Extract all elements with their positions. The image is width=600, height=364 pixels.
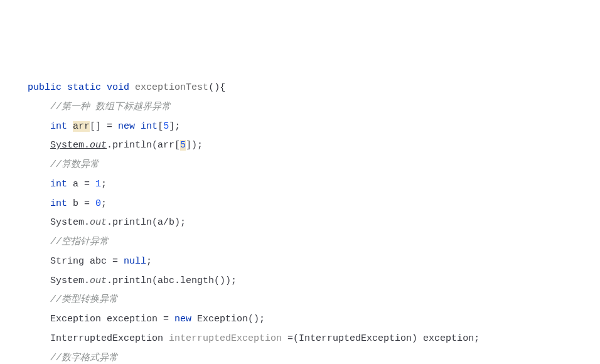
num-1: 1 — [95, 179, 101, 190]
line-string-abc: String abc = null; — [50, 256, 152, 267]
line-int-b: int b = 0; — [50, 198, 107, 209]
line-println-arr: System.out.println(arr[5]); — [50, 140, 203, 151]
line-arr-decl: int arr[] = new int[5]; — [50, 121, 180, 132]
index-5: 5 — [180, 140, 186, 151]
line-exception: Exception exception = new Exception(); — [50, 314, 265, 324]
comment-5: //数字格式异常 — [50, 353, 118, 363]
code-block: public static void exceptionTest(){ //第一… — [0, 78, 600, 364]
kw-int: int — [50, 121, 67, 132]
kw-public: public — [28, 82, 62, 93]
line-interrupted: InterruptedException interruptedExceptio… — [50, 333, 479, 344]
system-class: System — [50, 140, 84, 151]
num-0: 0 — [95, 198, 101, 209]
method-name: exceptionTest — [135, 82, 208, 93]
kw-static: static — [67, 82, 101, 93]
kw-null: null — [124, 256, 146, 267]
kw-new: new — [118, 121, 135, 132]
var-unused: interruptedException — [169, 333, 282, 344]
parens: (){ — [208, 82, 225, 93]
type-int: int — [141, 121, 158, 132]
line-sig: public static void exceptionTest(){ — [28, 82, 225, 93]
var-arr: arr — [73, 121, 90, 132]
num-5: 5 — [163, 121, 169, 132]
line-println-length: System.out.println(abc.length()); — [50, 276, 237, 286]
comment-3: //空指针异常 — [50, 237, 109, 247]
line-int-a: int a = 1; — [50, 179, 107, 190]
out-field: out — [90, 140, 107, 151]
line-println-div: System.out.println(a/b); — [50, 217, 186, 228]
comment-2: //算数异常 — [50, 159, 99, 170]
kw-void: void — [107, 82, 129, 93]
comment-1: //第一种 数组下标越界异常 — [50, 102, 171, 112]
brackets: [] = — [90, 121, 118, 132]
comment-4: //类型转换异常 — [50, 294, 118, 305]
